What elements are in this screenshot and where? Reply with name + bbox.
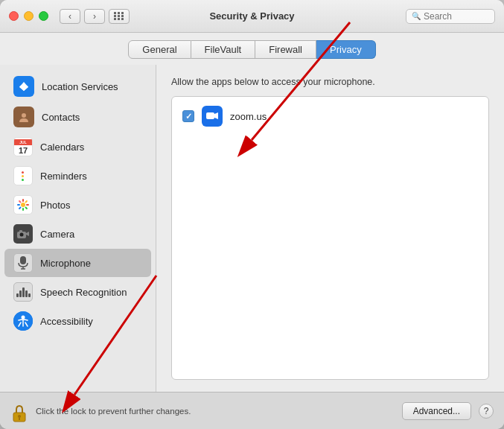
sidebar-item-accessibility[interactable]: Accessibility [4,307,151,335]
sidebar-item-label: Camera [40,229,74,240]
zoom-checkbox[interactable]: ✓ [182,110,194,122]
zoom-app-icon [202,106,223,127]
main-content: Location Services Contacts JUL [0,65,504,392]
contacts-icon [13,107,34,127]
svg-line-11 [19,208,20,209]
svg-line-9 [26,208,27,209]
sidebar-item-calendars[interactable]: JUL 17 Calendars [4,133,151,161]
search-box[interactable]: 🔍 [406,9,495,24]
tab-filevault[interactable]: FileVault [191,40,256,59]
tab-general[interactable]: General [128,40,191,59]
svg-rect-16 [20,256,26,264]
app-grid-button[interactable] [109,9,130,24]
checkmark-icon: ✓ [185,112,192,121]
svg-marker-13 [26,232,29,236]
svg-rect-21 [206,112,214,119]
panel-description: Allow the apps below to access your micr… [171,77,489,87]
speech-recognition-icon [13,282,33,302]
window-title: Security & Privacy [209,10,294,22]
sidebar-item-location-services[interactable]: Location Services [4,72,151,101]
svg-marker-22 [214,112,218,119]
maximize-button[interactable] [39,11,48,21]
sidebar-item-label: Accessibility [40,316,93,327]
minimize-button[interactable] [24,11,34,21]
svg-point-24 [18,415,21,418]
sidebar-item-speech-recognition[interactable]: Speech Recognition [4,278,151,306]
accessibility-icon [13,311,33,331]
app-item-zoom: ✓ zoom.us [176,101,484,131]
sidebar-item-label: Contacts [42,112,80,123]
sidebar: Location Services Contacts JUL [0,65,156,392]
back-button[interactable]: ‹ [60,9,80,24]
svg-line-8 [19,201,20,202]
svg-point-3 [21,203,25,207]
bottom-bar: Click the lock to prevent further change… [0,392,504,429]
svg-point-2 [22,113,26,118]
close-button[interactable] [9,11,19,21]
sidebar-item-camera[interactable]: Camera [4,220,151,248]
camera-icon [13,224,33,244]
microphone-icon [13,253,33,273]
sidebar-item-label: Photos [40,200,70,211]
tab-privacy[interactable]: Privacy [316,40,376,59]
tab-firewall[interactable]: Firewall [255,40,316,59]
help-button[interactable]: ? [479,404,494,419]
grid-icon [114,12,124,20]
reminders-icon [13,166,33,185]
sidebar-item-reminders[interactable]: Reminders [4,162,151,190]
apps-list: ✓ zoom.us [171,96,489,380]
right-panel: Allow the apps below to access your micr… [156,65,504,392]
sidebar-item-label: Calendars [40,142,84,153]
speech-bars [16,287,31,297]
app-label-zoom: zoom.us [230,111,267,122]
search-input[interactable] [424,11,483,22]
calendars-icon: JUL 17 [13,137,33,156]
svg-marker-0 [19,82,28,91]
search-icon: 🔍 [412,12,421,20]
sidebar-item-label: Reminders [40,171,87,182]
svg-line-10 [26,201,27,202]
security-privacy-window: ‹ › Security & Privacy 🔍 General FileVau… [0,0,504,429]
photos-icon [13,195,33,214]
sidebar-item-label: Microphone [40,258,91,269]
title-bar: ‹ › Security & Privacy 🔍 [0,0,504,33]
sidebar-item-label: Location Services [42,81,118,92]
location-services-icon [13,76,34,97]
sidebar-item-contacts[interactable]: Contacts [4,102,151,132]
traffic-lights [9,11,48,21]
sidebar-item-label: Speech Recognition [40,287,127,298]
svg-rect-25 [19,418,20,420]
svg-point-20 [22,316,25,320]
svg-rect-15 [19,230,22,232]
svg-point-14 [20,233,24,237]
advanced-button[interactable]: Advanced... [402,402,471,420]
tabs-row: General FileVault Firewall Privacy [0,33,504,65]
sidebar-item-microphone[interactable]: Microphone [4,249,151,277]
lock-icon[interactable] [10,402,28,420]
forward-button[interactable]: › [84,9,105,24]
lock-text: Click the lock to prevent further change… [36,407,395,416]
sidebar-item-photos[interactable]: Photos [4,191,151,219]
nav-buttons: ‹ › [60,9,105,24]
